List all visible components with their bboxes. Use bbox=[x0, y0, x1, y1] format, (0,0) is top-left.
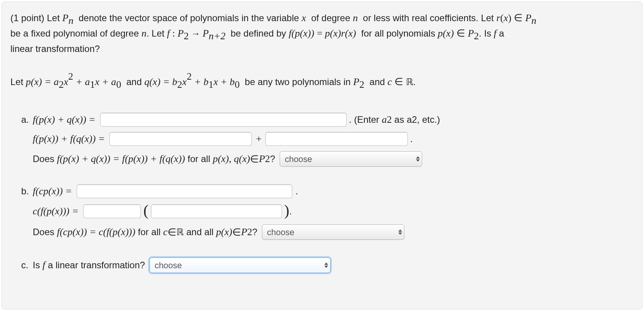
problem-container: (1 point) Let Pn denote the vector space… bbox=[2, 2, 642, 309]
a-lhs2: f(p(x)) + f(q(x)) = bbox=[33, 133, 105, 145]
part-b-marker: b. bbox=[21, 186, 33, 197]
b-question-pre: Does bbox=[33, 227, 57, 237]
a-select[interactable]: choose bbox=[280, 151, 422, 167]
a-hint-pre: . (Enter bbox=[349, 114, 382, 125]
a-select-wrap: choose bbox=[280, 151, 422, 167]
close-paren: ) bbox=[284, 203, 289, 218]
c-question-pre: Is bbox=[33, 260, 42, 271]
open-paren: ( bbox=[143, 203, 148, 218]
b-input-1[interactable] bbox=[77, 184, 292, 198]
part-b: b. f(cp(x)) = . c(f(p(x))) = ( ) . bbox=[21, 184, 634, 240]
b-input-2a[interactable] bbox=[83, 204, 141, 218]
a-dot: . bbox=[410, 134, 413, 144]
a-hint-post: as a2, etc.) bbox=[392, 114, 440, 125]
c-select-wrap: choose bbox=[149, 257, 330, 273]
b-lhs2: c(f(p(x))) = bbox=[33, 206, 79, 217]
b-select[interactable]: choose bbox=[262, 224, 404, 240]
plus-sign: + bbox=[256, 133, 262, 145]
b-dot2: . bbox=[289, 206, 292, 217]
a-input-1[interactable] bbox=[100, 113, 347, 127]
a-input-2b[interactable] bbox=[265, 132, 408, 146]
b-dot1: . bbox=[295, 186, 298, 197]
a-input-2a[interactable] bbox=[109, 132, 252, 146]
part-a: a. f(p(x) + q(x)) = . (Enter a2 as a2, e… bbox=[21, 113, 634, 167]
b-input-2b[interactable] bbox=[151, 204, 282, 218]
b-lhs1: f(cp(x)) = bbox=[33, 186, 72, 197]
part-c: c. Is f a linear transformation? choose bbox=[21, 257, 634, 273]
problem-statement: (1 point) Let Pn denote the vector space… bbox=[10, 10, 634, 56]
c-select[interactable]: choose bbox=[149, 257, 330, 273]
c-question-post: a linear transformation? bbox=[45, 260, 145, 271]
part-a-marker: a. bbox=[21, 114, 33, 125]
text: (1 point) Let bbox=[10, 13, 62, 23]
definitions-line: Let p(x) = a2x2 + a1x + a0 and q(x) = b2… bbox=[10, 74, 634, 90]
part-c-marker: c. bbox=[21, 260, 33, 271]
b-select-wrap: choose bbox=[262, 224, 404, 240]
a-question-pre: Does bbox=[33, 154, 57, 164]
a-lhs1: f(p(x) + q(x)) = bbox=[33, 114, 96, 125]
